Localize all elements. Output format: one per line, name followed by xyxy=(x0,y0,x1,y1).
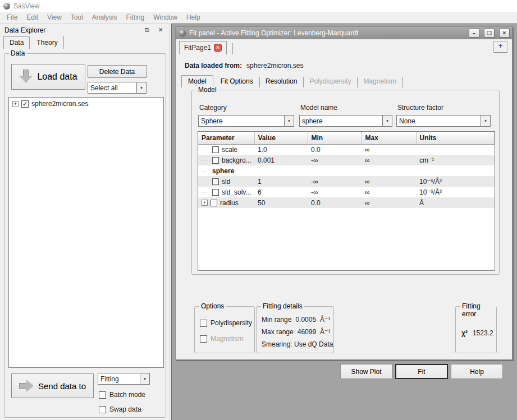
min-range-label: Min range xyxy=(262,316,291,324)
fitting-error-groupbox: Fitting error χ²1523.2 xyxy=(455,306,497,353)
download-arrow-icon xyxy=(19,70,33,84)
tab-resolution[interactable]: Resolution xyxy=(259,76,304,87)
max-range-units: Å⁻¹ xyxy=(320,328,330,336)
data-explorer-title: Data Explorer xyxy=(4,26,138,34)
chevron-down-icon[interactable]: ▼ xyxy=(284,116,294,126)
param-checkbox[interactable] xyxy=(212,178,219,185)
data-tree[interactable]: + ✓ sphere2micron.ses xyxy=(8,97,164,368)
tree-item-sphere2micron[interactable]: + ✓ sphere2micron.ses xyxy=(10,100,162,108)
param-checkbox[interactable] xyxy=(212,189,219,196)
menu-help[interactable]: Help xyxy=(182,12,205,22)
menu-analysis[interactable]: Analysis xyxy=(88,12,122,22)
minimize-icon[interactable]: – xyxy=(469,29,479,38)
chevron-down-icon[interactable]: ▼ xyxy=(140,373,149,384)
send-arrow-icon xyxy=(19,380,34,392)
menu-tool[interactable]: Tool xyxy=(66,12,88,22)
model-name-label: Model name xyxy=(300,104,337,112)
show-plot-button[interactable]: Show Plot xyxy=(340,364,392,379)
swap-data-label: Swap data xyxy=(109,405,141,413)
chevron-down-icon[interactable]: ▼ xyxy=(481,116,490,126)
param-max[interactable]: ∞ xyxy=(362,155,416,165)
sasview-logo-icon xyxy=(3,3,10,10)
select-all-dropdown[interactable]: Select all ▼ xyxy=(88,82,147,94)
maximize-icon[interactable]: ❒ xyxy=(484,29,495,38)
fit-button[interactable]: Fit xyxy=(395,364,448,379)
param-min[interactable]: 0.0 xyxy=(308,144,362,155)
menu-view[interactable]: View xyxy=(43,12,66,22)
chi-squared-symbol: χ² xyxy=(461,329,468,337)
tree-expander-icon[interactable]: + xyxy=(12,101,19,107)
param-checkbox[interactable] xyxy=(212,146,219,153)
tree-item-checkbox[interactable]: ✓ xyxy=(21,100,29,108)
app-titlebar: SasView xyxy=(0,0,517,12)
menu-edit[interactable]: Edit xyxy=(22,12,43,22)
category-dropdown[interactable]: Sphere ▼ xyxy=(198,115,294,127)
fitpage1-close-icon[interactable]: ✕ xyxy=(214,44,222,52)
param-min[interactable]: 0.0 xyxy=(308,197,362,208)
tab-theory[interactable]: Theory xyxy=(31,36,63,49)
col-units: Units xyxy=(416,132,495,144)
menu-fitting[interactable]: Fitting xyxy=(122,12,149,22)
param-units: 10⁻⁶/Å² xyxy=(416,176,495,187)
tree-branch-icon: ··· xyxy=(202,168,209,174)
tab-magnetism[interactable]: Magnetism xyxy=(357,76,402,87)
chevron-down-icon[interactable]: ▼ xyxy=(382,116,392,126)
param-value[interactable]: 1 xyxy=(254,176,308,187)
param-max[interactable]: ∞ xyxy=(362,187,416,197)
max-range-label: Max range xyxy=(262,328,294,336)
help-button[interactable]: Help xyxy=(451,364,503,379)
send-data-button[interactable]: Send data to xyxy=(11,373,94,398)
fitting-error-label: Fitting error xyxy=(460,302,496,318)
param-value[interactable]: 1.0 xyxy=(254,144,308,155)
fitpage1-tab[interactable]: FitPage1 ✕ xyxy=(179,41,227,54)
delete-data-button[interactable]: Delete Data xyxy=(88,65,147,78)
param-value[interactable]: 0.001 xyxy=(254,155,308,165)
param-max[interactable]: ∞ xyxy=(362,144,416,155)
batch-mode-checkbox[interactable] xyxy=(99,391,106,399)
chevron-down-icon[interactable]: ▼ xyxy=(136,82,146,93)
param-min[interactable]: -∞ xyxy=(308,176,362,187)
fit-panel-titlebar[interactable]: Fit panel - Active Fitting Optimizer: Le… xyxy=(176,27,512,39)
tab-data[interactable]: Data xyxy=(3,36,30,49)
dock-close-icon[interactable]: ✕ xyxy=(156,26,165,35)
model-name-dropdown[interactable]: sphere ▼ xyxy=(299,115,392,127)
polydispersity-checkbox[interactable] xyxy=(200,320,207,327)
table-row: ···sphere xyxy=(198,165,495,176)
load-data-button[interactable]: Load data xyxy=(11,64,85,90)
data-groupbox: Data Load data Delete Data Select all ▼ … xyxy=(4,53,166,418)
data-explorer-dock: Data Explorer ⧉ ✕ Data Theory Data Load … xyxy=(0,24,170,420)
select-all-value: Select all xyxy=(88,84,136,92)
batch-mode-option: Batch mode xyxy=(99,391,145,399)
swap-data-checkbox[interactable] xyxy=(99,406,106,413)
param-group-name: sphere xyxy=(212,167,234,175)
add-fitpage-button[interactable]: + xyxy=(493,41,507,53)
tab-fit-options[interactable]: Fit Options xyxy=(214,76,259,87)
close-icon[interactable]: ✕ xyxy=(499,29,510,38)
param-value[interactable]: 6 xyxy=(254,187,308,197)
fit-panel-window: Fit panel - Active Fitting Optimizer: Le… xyxy=(175,26,513,360)
batch-mode-label: Batch mode xyxy=(109,391,145,399)
param-max[interactable]: ∞ xyxy=(362,197,416,208)
param-min[interactable]: -∞ xyxy=(308,155,362,165)
menu-file[interactable]: File xyxy=(2,12,22,22)
magnetism-label: Magnetism xyxy=(211,335,244,343)
row-expander-icon[interactable]: + xyxy=(202,200,208,206)
col-value: Value xyxy=(254,132,308,144)
dock-float-icon[interactable]: ⧉ xyxy=(143,26,152,35)
param-value[interactable]: 50 xyxy=(254,197,308,208)
min-range-value: 0.0005 xyxy=(295,316,316,324)
param-min[interactable]: -∞ xyxy=(308,187,362,197)
tab-polydispersity[interactable]: Polydispersity xyxy=(303,76,357,87)
options-groupbox: Options Polydispersity Magnetism xyxy=(194,306,255,353)
structure-factor-dropdown[interactable]: None ▼ xyxy=(396,115,491,127)
smearing-line: Smearing: Use dQ Data xyxy=(262,340,333,348)
param-max[interactable]: ∞ xyxy=(362,176,416,187)
menu-window[interactable]: Window xyxy=(149,12,182,22)
param-units xyxy=(416,165,495,176)
param-checkbox[interactable] xyxy=(212,157,219,164)
min-range-line: Min range0.0005Å⁻¹ xyxy=(262,316,330,324)
param-units: Å xyxy=(416,197,495,208)
param-checkbox[interactable] xyxy=(211,200,217,206)
send-to-dropdown[interactable]: Fitting ▼ xyxy=(98,373,150,385)
parameter-table[interactable]: Parameter Value Min Max Units ···scale 1… xyxy=(198,131,495,271)
